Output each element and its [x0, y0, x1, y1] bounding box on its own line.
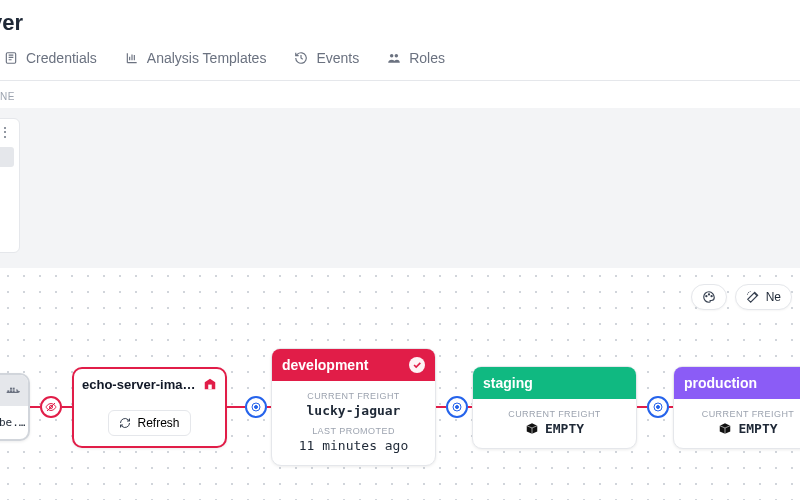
- svg-rect-9: [10, 387, 12, 389]
- port-eye[interactable]: [40, 396, 62, 418]
- stage-development[interactable]: development CURRENT FREIGHT lucky-jaguar…: [271, 348, 436, 466]
- canvas-toolbar: Ne: [691, 284, 792, 310]
- promoted-value: 11 minutes ago: [278, 438, 429, 453]
- stage-name: development: [282, 357, 368, 373]
- freight-timeline-panel: ⋮: [0, 108, 800, 268]
- stage-staging[interactable]: staging CURRENT FREIGHT EMPTY: [472, 366, 637, 449]
- tab-label: Events: [316, 50, 359, 66]
- palette-icon: [702, 290, 716, 304]
- freight-chip: [0, 147, 14, 167]
- history-icon: [294, 51, 308, 65]
- box-icon: [525, 422, 539, 434]
- svg-point-16: [456, 406, 459, 409]
- freight-value: EMPTY: [545, 421, 584, 436]
- svg-rect-12: [208, 385, 212, 390]
- svg-point-18: [657, 406, 660, 409]
- box-icon: [718, 422, 732, 434]
- tab-analysis-templates[interactable]: Analysis Templates: [125, 50, 267, 66]
- wand-icon: [746, 290, 760, 304]
- new-button-label: Ne: [766, 290, 781, 304]
- tab-label: Analysis Templates: [147, 50, 267, 66]
- subscription-body: r.windkube.…: [0, 406, 28, 439]
- refresh-button[interactable]: Refresh: [108, 410, 190, 436]
- promoted-label: LAST PROMOTED: [278, 426, 429, 436]
- freight-label: CURRENT FREIGHT: [278, 391, 429, 401]
- refresh-label: Refresh: [137, 416, 179, 430]
- svg-point-4: [708, 294, 709, 295]
- docker-icon: [6, 385, 22, 397]
- stage-name: staging: [483, 375, 533, 391]
- tabs: Credentials Analysis Templates Events Ro…: [0, 50, 800, 80]
- freight-value: EMPTY: [738, 421, 777, 436]
- stage-name: production: [684, 375, 757, 391]
- subscription-card[interactable]: otion r.windkube.…: [0, 373, 30, 441]
- id-card-icon: [4, 51, 18, 65]
- svg-rect-10: [13, 387, 15, 389]
- pipeline-row: otion r.windkube.… echo-server-ima…: [0, 348, 800, 466]
- svg-point-1: [390, 54, 394, 58]
- freight-card[interactable]: ⋮: [0, 118, 20, 253]
- freight-label: CURRENT FREIGHT: [680, 409, 800, 419]
- header: ver Credentials Analysis Templates Event…: [0, 0, 800, 81]
- users-icon: [387, 51, 401, 65]
- svg-point-3: [705, 296, 706, 297]
- refresh-icon: [119, 417, 131, 429]
- check-icon: [409, 357, 425, 373]
- chart-icon: [125, 51, 139, 65]
- new-button[interactable]: Ne: [735, 284, 792, 310]
- stage-production[interactable]: production CURRENT FREIGHT EMPTY: [673, 366, 800, 449]
- freight-label: CURRENT FREIGHT: [479, 409, 630, 419]
- warehouse-icon: [203, 377, 217, 391]
- palette-button[interactable]: [691, 284, 727, 310]
- page-title: ver: [0, 10, 800, 50]
- warehouse-card[interactable]: echo-server-ima… Refresh: [72, 367, 227, 448]
- tab-roles[interactable]: Roles: [387, 50, 445, 66]
- tab-events[interactable]: Events: [294, 50, 359, 66]
- warehouse-title: echo-server-ima…: [82, 377, 195, 392]
- port-target-production[interactable]: [647, 396, 669, 418]
- port-target-dev[interactable]: [245, 396, 267, 418]
- tab-credentials[interactable]: Credentials: [4, 50, 97, 66]
- port-target-staging[interactable]: [446, 396, 468, 418]
- svg-point-5: [711, 296, 712, 297]
- more-vertical-icon[interactable]: ⋮: [0, 125, 12, 139]
- section-label: NE: [0, 81, 800, 108]
- tab-label: Credentials: [26, 50, 97, 66]
- tab-label: Roles: [409, 50, 445, 66]
- svg-point-14: [255, 406, 258, 409]
- svg-point-2: [395, 54, 399, 58]
- freight-value: lucky-jaguar: [278, 403, 429, 418]
- pipeline-canvas[interactable]: Ne otion r.windkube.… echo-server-ima…: [0, 268, 800, 500]
